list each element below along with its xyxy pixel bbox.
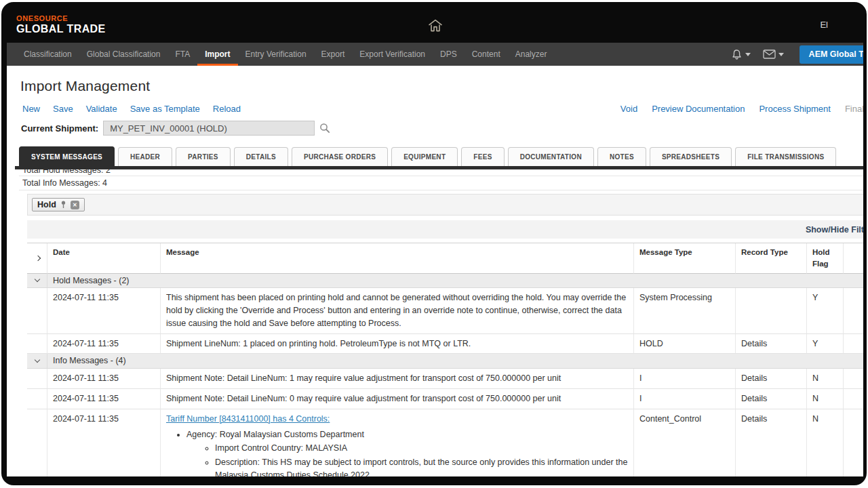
process-shipment-link[interactable]: Process Shipment <box>759 104 831 114</box>
message-group-row: Info Messages - (4) <box>27 354 863 369</box>
current-shipment-input[interactable]: MY_PET_INV_00001 (HOLD) <box>103 121 315 136</box>
chevron-down-icon <box>34 357 39 363</box>
tab-fees[interactable]: FEES <box>461 147 504 166</box>
date-cell: 2024-07-11 11:35 <box>47 288 161 333</box>
filter-toggle-band: Show/Hide Filt <box>27 220 863 239</box>
message-cell: Shipment Note: Detail LineNum: 0 may req… <box>161 389 634 409</box>
column-header-message-type: Message Type <box>634 243 736 274</box>
group-collapse-control[interactable] <box>27 274 47 288</box>
hold-flag-cell: Y <box>807 334 844 354</box>
spacer-cell <box>844 369 863 389</box>
current-shipment-row: Current Shipment: MY_PET_INV_00001 (HOLD… <box>21 121 863 136</box>
void-link[interactable]: Void <box>620 104 637 114</box>
main-nav: ClassificationGlobal ClassificationFTAIm… <box>7 43 863 66</box>
toolbar-left: NewSaveValidateSave as TemplateReload <box>22 102 254 115</box>
nav-item-import[interactable]: Import <box>197 43 237 66</box>
record-type-cell: Details <box>736 409 807 476</box>
search-icon[interactable] <box>319 123 330 134</box>
nav-item-dps[interactable]: DPS <box>433 43 465 66</box>
tab-system-messages[interactable]: SYSTEM MESSAGES <box>19 146 115 166</box>
message-group-row: Hold Messages - (2) <box>27 274 863 289</box>
table-row: 2024-07-11 11:35Shipment Note: Detail Li… <box>27 369 863 389</box>
tab-equipment[interactable]: EQUIPMENT <box>391 147 458 166</box>
nav-item-export-verification[interactable]: Export Verification <box>352 43 433 66</box>
message-type-cell: Content_Control <box>634 409 736 476</box>
brand-logo[interactable]: ONESOURCE GLOBAL TRADE <box>16 14 106 35</box>
group-label: Info Messages - (4) <box>47 354 863 368</box>
date-cell: 2024-07-11 11:35 <box>47 334 161 354</box>
save-as-template-link[interactable]: Save as Template <box>130 104 200 114</box>
reload-link[interactable]: Reload <box>213 104 241 114</box>
row-expand-cell <box>27 288 47 333</box>
bullet-item: Agency: Royal Malaysian Customs Departme… <box>186 428 628 477</box>
nav-item-export[interactable]: Export <box>314 43 353 66</box>
messages-menu[interactable] <box>758 49 789 59</box>
record-type-cell: Details <box>736 369 807 389</box>
home-icon[interactable] <box>428 19 443 33</box>
tab-documentation[interactable]: DOCUMENTATION <box>508 147 594 166</box>
validate-link[interactable]: Validate <box>86 104 117 114</box>
bullet-text: Agency: Royal Malaysian Customs Departme… <box>186 430 364 439</box>
sub-bullet-item: Description: This HS may be subject to i… <box>215 456 628 476</box>
nav-items: ClassificationGlobal ClassificationFTAIm… <box>16 43 554 66</box>
nav-item-content[interactable]: Content <box>465 43 508 66</box>
tariff-controls-link[interactable]: Tariff Number [8431411000] has 4 Control… <box>166 414 330 424</box>
column-header-date: Date <box>47 243 161 274</box>
chip-close-button[interactable]: ✕ <box>71 201 79 209</box>
nav-item-global-classification[interactable]: Global Classification <box>79 43 168 66</box>
message-type-cell: I <box>634 369 736 389</box>
chip-label: Hold <box>37 200 56 209</box>
tab-header[interactable]: HEADER <box>118 147 172 166</box>
tab-strip: SYSTEM MESSAGESHEADERPARTIESDETAILSPURCH… <box>19 146 863 166</box>
hold-flag-cell: N <box>807 389 844 409</box>
message-cell: Shipment LineNum: 1 placed on printing h… <box>161 334 634 354</box>
nav-item-entry-verification[interactable]: Entry Verification <box>238 43 314 66</box>
total-info-messages: Total Info Messages: 4 <box>19 176 863 190</box>
controls-sub-list: Import Control Country: MALAYSIADescript… <box>186 442 628 476</box>
current-shipment-value: MY_PET_INV_00001 (HOLD) <box>110 123 227 134</box>
bell-icon <box>731 49 743 60</box>
sub-bullet-text: Import Control Country: MALAYSIA <box>215 443 347 453</box>
tab-spreadsheets[interactable]: SPREADSHEETS <box>650 147 732 166</box>
hold-filter-chip[interactable]: Hold ✕ <box>32 198 85 211</box>
record-type-cell: Details <box>736 389 807 409</box>
mail-icon <box>763 49 776 59</box>
show-hide-filters-link[interactable]: Show/Hide Filt <box>806 225 863 235</box>
group-collapse-control[interactable] <box>27 354 47 368</box>
messages-table: DateMessageMessage TypeRecord TypeHold F… <box>27 243 863 476</box>
save-link[interactable]: Save <box>53 104 73 114</box>
nav-item-analyzer[interactable]: Analyzer <box>508 43 555 66</box>
tab-notes[interactable]: NOTES <box>597 147 646 166</box>
message-type-cell: HOLD <box>634 334 736 354</box>
controls-bullet-list: Agency: Royal Malaysian Customs Departme… <box>166 428 628 477</box>
tab-file-transmissions[interactable]: FILE TRANSMISSIONS <box>735 147 836 166</box>
current-shipment-label: Current Shipment: <box>21 123 98 134</box>
total-info-messages-text: Total Info Messages: 4 <box>22 178 107 188</box>
column-header-record-type: Record Type <box>736 243 807 274</box>
expand-all-control[interactable] <box>27 243 47 274</box>
pin-icon <box>60 201 66 209</box>
nav-item-classification[interactable]: Classification <box>16 43 79 66</box>
date-cell: 2024-07-11 11:35 <box>47 369 161 389</box>
tab-details[interactable]: DETAILS <box>234 147 288 166</box>
date-cell: 2024-07-11 11:35 <box>47 389 161 409</box>
new-link[interactable]: New <box>22 104 40 114</box>
notifications-menu[interactable] <box>726 49 755 60</box>
tab-purchase-orders[interactable]: PURCHASE ORDERS <box>292 147 388 166</box>
tab-parties[interactable]: PARTIES <box>176 147 231 166</box>
chevron-down-icon <box>745 53 751 56</box>
table-row: 2024-07-11 11:35This shipment has been p… <box>27 288 863 333</box>
filter-panel: Hold ✕ <box>27 194 863 216</box>
preview-documentation-link[interactable]: Preview Documentation <box>652 104 745 114</box>
nav-item-fta[interactable]: FTA <box>167 43 197 66</box>
record-type-cell: Details <box>736 334 807 354</box>
user-name: El <box>820 20 828 30</box>
date-cell: 2024-07-11 11:35 <box>47 409 161 476</box>
aem-global-trade-button[interactable]: AEM Global Tra <box>800 45 863 64</box>
toolbar-right: VoidPreview DocumentationProcess Shipmen… <box>606 104 863 114</box>
row-expand-cell <box>27 389 47 409</box>
row-expand-cell <box>27 334 47 354</box>
sub-bullet-item: Import Control Country: MALAYSIA <box>215 442 628 455</box>
message-type-cell: System Processing <box>634 288 736 333</box>
column-header-spacer <box>844 243 863 274</box>
